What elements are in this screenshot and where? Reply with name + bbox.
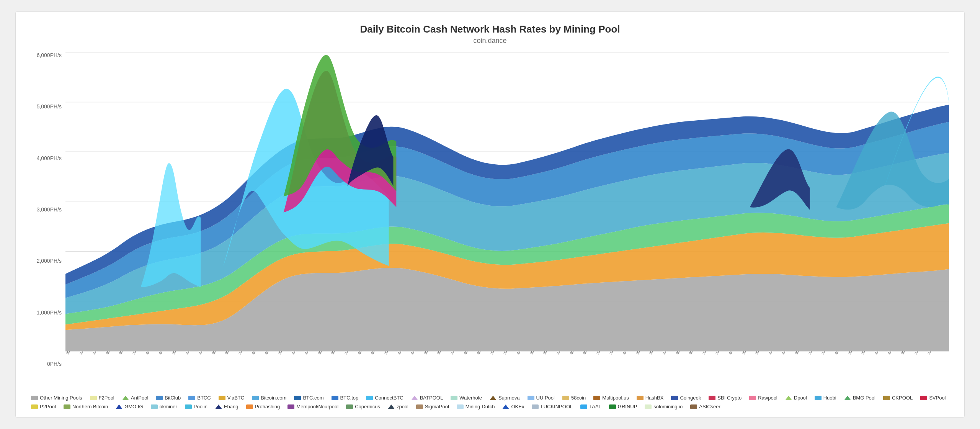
- x-label: 2018-05-19: [542, 351, 555, 355]
- legend-label: Copernicus: [355, 404, 380, 409]
- y-label-3000: 3,000PH/s: [37, 207, 62, 212]
- x-label: 2018-04-01: [463, 351, 475, 355]
- legend-label: F2Pool: [99, 395, 114, 401]
- x-label: 2017-09-13: [132, 351, 144, 355]
- x-label: 2019-01-08: [927, 351, 939, 355]
- x-label: 2017-10-07: [172, 351, 184, 355]
- legend-label: HashBX: [645, 395, 664, 401]
- legend-color-box: [215, 404, 222, 409]
- legend-label: Multipool.us: [602, 395, 629, 401]
- legend-item: Copernicus: [346, 404, 380, 409]
- legend-label: BTC.top: [340, 395, 359, 401]
- legend-label: UU Pool: [536, 395, 555, 401]
- legend-color-box: [785, 396, 792, 400]
- legend-item: ASICseer: [690, 404, 720, 409]
- legend-color-box: [528, 396, 534, 400]
- svg-marker-8: [122, 396, 129, 400]
- x-label: 2018-09-01: [715, 351, 727, 355]
- legend-item: AntPool: [122, 395, 149, 401]
- legend-item: UU Pool: [528, 395, 555, 401]
- svg-marker-11: [785, 396, 792, 400]
- legend-label: 58coin: [571, 395, 586, 401]
- x-label: 2018-11-05: [821, 351, 833, 355]
- legend-item: ConnectBTC: [366, 395, 403, 401]
- legend-item: P2Pool: [31, 404, 56, 409]
- legend-label: Huobi: [823, 395, 836, 401]
- legend-label: SBI Crypto: [717, 395, 742, 401]
- legend-item: Prohashing: [246, 404, 280, 409]
- legend-color-box: [31, 396, 38, 400]
- legend-label: Mempool/Nourpool: [296, 404, 338, 409]
- x-label: 2017-08-28: [105, 351, 118, 355]
- x-label: 2017-09-29: [158, 351, 170, 355]
- legend-label: Poolin: [194, 404, 207, 409]
- x-label: 2017-12-26: [304, 351, 316, 355]
- legend-color-box: [252, 396, 259, 400]
- legend-label: Waterhole: [459, 395, 482, 401]
- x-label: 2018-10-19: [794, 351, 807, 355]
- legend-color-box: [490, 396, 497, 400]
- x-label: 2018-05-03: [516, 351, 528, 355]
- legend-label: CKPOOL: [892, 395, 913, 401]
- legend-label: BTCC: [197, 395, 211, 401]
- legend-color-box: [122, 396, 129, 400]
- legend-item: Poolin: [185, 404, 207, 409]
- legend-item: SBI Crypto: [709, 395, 742, 401]
- legend-item: Waterhole: [451, 395, 482, 401]
- legend-item: LUCKINPOOL: [532, 404, 573, 409]
- svg-marker-13: [116, 404, 122, 409]
- x-label: 2018-03-08: [423, 351, 436, 355]
- svg-marker-10: [490, 396, 497, 400]
- legend-color-box: [346, 404, 353, 409]
- legend-item: BitClub: [156, 395, 181, 401]
- x-label: 2017-10-15: [185, 351, 197, 355]
- legend-label: Other Mining Pools: [40, 395, 82, 401]
- legend-item: Bitcoin.com: [252, 395, 286, 401]
- legend-color-box: [709, 396, 715, 400]
- x-label: 2018-04-17: [490, 351, 502, 355]
- x-label: 2018-02-12: [384, 351, 396, 355]
- x-label: 2018-02-28: [410, 351, 422, 355]
- legend-color-box: [844, 396, 851, 400]
- legend-item: F2Pool: [90, 395, 114, 401]
- legend-label: SigmaPool: [425, 404, 449, 409]
- legend-color-box: [246, 404, 253, 409]
- x-label: 2017-12-10: [278, 351, 290, 355]
- x-label: 2018-09-17: [742, 351, 754, 355]
- y-axis: 6,000PH/s 5,000PH/s 4,000PH/s 3,000PH/s …: [31, 52, 65, 390]
- y-label-2000: 2,000PH/s: [37, 258, 62, 264]
- x-label: 2018-01-27: [357, 351, 369, 355]
- x-label: 2018-04-09: [476, 351, 488, 355]
- legend-color-box: [219, 396, 225, 400]
- x-label: 2018-11-29: [861, 351, 873, 355]
- x-label: 2017-11-16: [238, 351, 250, 355]
- legend-label: ViaBTC: [227, 395, 245, 401]
- legend-item: GRINUP: [609, 404, 637, 409]
- legend-color-box: [188, 396, 195, 400]
- x-label: 2018-11-13: [834, 351, 846, 355]
- legend-label: P2Pool: [40, 404, 56, 409]
- legend-item: TAAL: [580, 404, 601, 409]
- legend-color-box: [920, 396, 927, 400]
- legend-item: CKPOOL: [883, 395, 913, 401]
- x-label: 2018-02-04: [370, 351, 382, 355]
- legend-color-box: [366, 396, 373, 400]
- chart-svg-area: [65, 52, 949, 351]
- legend-label: BATPOOL: [420, 395, 443, 401]
- legend-item: 58coin: [562, 395, 586, 401]
- legend-item: HashBX: [637, 395, 664, 401]
- x-label: 2018-07-22: [648, 351, 661, 355]
- x-label: 2018-06-04: [569, 351, 581, 355]
- legend-color-box: [502, 404, 509, 409]
- legend-item: GMO IG: [116, 404, 143, 409]
- legend-color-box: [411, 396, 418, 400]
- x-label: 2018-04-25: [503, 351, 515, 355]
- y-label-0: 0PH/s: [47, 361, 62, 367]
- x-label: 2017-08-04: [65, 351, 78, 355]
- legend-color-box: [532, 404, 539, 409]
- svg-marker-9: [411, 396, 418, 400]
- x-label: 2018-11-21: [848, 351, 860, 355]
- legend-label: ConnectBTC: [375, 395, 403, 401]
- legend-color-box: [116, 404, 122, 409]
- x-axis: 2017-08-04 2017-08-12 2017-08-20 2017-08…: [65, 351, 949, 390]
